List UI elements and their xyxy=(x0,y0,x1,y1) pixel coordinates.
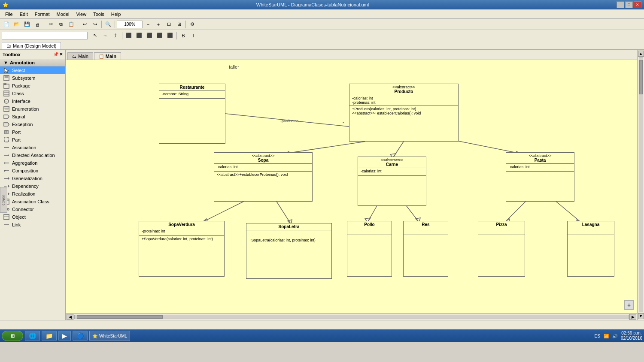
zoom-in-button[interactable]: + xyxy=(154,20,163,29)
zoom-diagram-button[interactable]: + xyxy=(624,300,634,310)
undo-button[interactable]: ↩ xyxy=(80,20,89,29)
class-lasagna[interactable]: Lasagna xyxy=(567,221,614,277)
toolbox-item-select[interactable]: Select xyxy=(0,66,65,74)
print-button[interactable]: 🖨 xyxy=(33,20,42,29)
zoom-fit-button[interactable]: ⊡ xyxy=(164,20,173,29)
tb2-format2[interactable]: I xyxy=(189,31,198,40)
toolbox-item-directed-association[interactable]: Directed Association xyxy=(0,151,65,159)
zoom-out-button[interactable]: − xyxy=(143,20,153,29)
hscroll-track[interactable] xyxy=(74,315,629,319)
toolbox-item-package[interactable]: Package xyxy=(0,82,65,90)
start-button[interactable]: ⊞ xyxy=(2,331,23,341)
signal-icon: 📶 xyxy=(604,334,609,338)
taskbar-ie-button[interactable]: 🌐 xyxy=(25,331,40,341)
svg-marker-28 xyxy=(8,178,9,179)
taskbar-chrome-button[interactable]: 🔵 xyxy=(73,331,88,341)
tb2-btn3[interactable]: ⤴ xyxy=(111,31,120,40)
diagram-tab-main2[interactable]: 📋 Main xyxy=(94,52,121,60)
class-restaurante[interactable]: Restaurante -nombre: String xyxy=(159,84,225,144)
menu-model[interactable]: Model xyxy=(53,11,73,18)
sopa-stereotype: <<abstract>> xyxy=(217,154,310,158)
find-button[interactable]: 🔍 xyxy=(103,20,113,29)
taskbar-media-button[interactable]: ▶ xyxy=(58,331,71,341)
tb2-align1[interactable]: ⬛ xyxy=(124,31,134,40)
v-scrollbar[interactable]: ▲ ▼ xyxy=(637,50,644,320)
vscroll-down-button[interactable]: ▼ xyxy=(638,313,644,319)
vscroll-thumb[interactable] xyxy=(639,60,643,94)
close-button[interactable]: ✕ xyxy=(634,1,641,8)
menu-file[interactable]: File xyxy=(2,11,16,18)
toolbox-item-part[interactable]: Part xyxy=(0,136,65,144)
minimize-button[interactable]: – xyxy=(617,1,624,8)
toolbox-item-enumeration[interactable]: Enumeration xyxy=(0,105,65,113)
vscroll-up-button[interactable]: ▲ xyxy=(638,51,644,57)
pollo-header: Pollo xyxy=(347,221,392,228)
tb2-align2[interactable]: ⬛ xyxy=(134,31,144,40)
save-button[interactable]: 💾 xyxy=(22,20,32,29)
toolbox-section-collapse-icon[interactable]: ▼ xyxy=(3,60,8,65)
taskbar-explorer-button[interactable]: 📁 xyxy=(42,331,57,341)
toolbox-item-port[interactable]: Port xyxy=(0,128,65,136)
model-selector[interactable] xyxy=(2,32,88,39)
hscroll-right-button[interactable]: ▶ xyxy=(629,314,636,320)
toolbox-item-dependency[interactable]: Dependency xyxy=(0,182,65,190)
tb2-align3[interactable]: ⬛ xyxy=(145,31,154,40)
class-pizza[interactable]: Pizza xyxy=(478,221,525,277)
diagram-area[interactable]: taller -productos * xyxy=(66,60,637,313)
titlebar-icon: ⭐ xyxy=(3,2,9,8)
vscroll-track[interactable] xyxy=(639,57,643,312)
class-sopaverdura[interactable]: SopaVerdura -proteinas: int +SopaVerdura… xyxy=(139,221,225,277)
zoom-input[interactable]: 100% xyxy=(117,21,143,28)
hscroll-thumb[interactable] xyxy=(77,315,163,319)
class-carne[interactable]: <<abstract>> Carne -calorias: int xyxy=(358,157,426,206)
toolbox-item-subsystem[interactable]: Subsystem xyxy=(0,74,65,82)
toolbox-item-signal[interactable]: Signal xyxy=(0,113,65,121)
h-scrollbar[interactable]: ◀ ▶ xyxy=(66,313,637,320)
menu-tools[interactable]: Tools xyxy=(90,11,108,18)
toolbox-item-generalization[interactable]: Generalization xyxy=(0,175,65,182)
toolbox-item-link[interactable]: Link xyxy=(0,221,65,229)
class-res[interactable]: Res xyxy=(403,221,448,277)
tb2-btn1[interactable]: ↖ xyxy=(90,31,100,40)
redo-button[interactable]: ↪ xyxy=(90,20,100,29)
tb2-format1[interactable]: B xyxy=(179,31,188,40)
toolbox-item-composition-label: Composition xyxy=(12,168,38,173)
toolbox-item-association[interactable]: Association xyxy=(0,144,65,151)
cut-button[interactable]: ✂ xyxy=(46,20,55,29)
menu-format[interactable]: Format xyxy=(31,11,53,18)
settings-button[interactable]: ⚙ xyxy=(188,20,197,29)
toolbox-item-object[interactable]: Object xyxy=(0,213,65,221)
tb2-align4[interactable]: ⬛ xyxy=(155,31,164,40)
diagram-tab-main1[interactable]: 🗂 Main xyxy=(67,52,93,60)
class-producto[interactable]: <<abstract>> Producto -calorias: int -pr… xyxy=(349,84,459,142)
model-tab-main[interactable]: 🗂 Main (Design Model) xyxy=(2,42,61,49)
class-sopa[interactable]: <<abstract>> Sopa -calorias: int <<abstr… xyxy=(214,152,313,202)
menu-view[interactable]: View xyxy=(73,11,90,18)
toolbox-close-button[interactable]: ✕ xyxy=(59,52,63,57)
taskbar-whitestar-button[interactable]: ⭐ WhiteStarUML xyxy=(89,331,130,341)
hscroll-left-button[interactable]: ◀ xyxy=(67,314,73,320)
toolbox-pin-button[interactable]: 📌 xyxy=(53,52,58,57)
open-button[interactable]: 📂 xyxy=(12,20,21,29)
class-pasta[interactable]: <<abstract>> Pasta -calorias: int xyxy=(506,152,574,202)
maximize-button[interactable]: □ xyxy=(625,1,633,8)
tb2-align5[interactable]: ⬛ xyxy=(165,31,175,40)
paste-button[interactable]: 📋 xyxy=(67,20,76,29)
new-button[interactable]: 📄 xyxy=(2,20,11,29)
tb2-btn2[interactable]: → xyxy=(100,31,110,40)
pasta-header: <<abstract>> Pasta xyxy=(506,153,574,164)
class-sopaletra[interactable]: SopaLetra +SopaLetra(calorias: int, prot… xyxy=(246,223,332,279)
toolbox-item-interface[interactable]: ○ Interface xyxy=(0,97,65,105)
toolbox-item-realization[interactable]: Realization xyxy=(0,190,65,198)
class-pollo[interactable]: Pollo xyxy=(347,221,392,277)
zoom-actual-button[interactable]: ⊞ xyxy=(174,20,184,29)
toolbox-item-composition[interactable]: Composition xyxy=(0,167,65,175)
toolbox-item-aggregation[interactable]: Aggregation xyxy=(0,159,65,167)
toolbox-item-class[interactable]: Class xyxy=(0,90,65,97)
toolbox-item-association-class[interactable]: Association Class xyxy=(0,198,65,205)
menu-edit[interactable]: Edit xyxy=(16,11,31,18)
toolbox-item-exception[interactable]: Exception xyxy=(0,121,65,128)
toolbox-item-connector[interactable]: Connector xyxy=(0,205,65,213)
menu-help[interactable]: Help xyxy=(108,11,125,18)
copy-button[interactable]: ⧉ xyxy=(56,20,66,29)
